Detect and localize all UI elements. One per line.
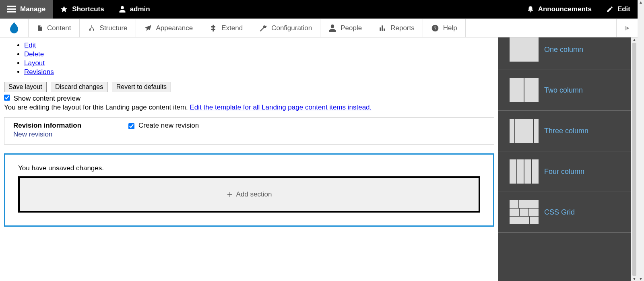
layout-thumb-icon <box>510 119 539 143</box>
layout-option-four-column[interactable]: Four column <box>498 151 631 192</box>
layout-thumb-icon <box>510 200 539 224</box>
edit-mode-label: Edit <box>617 5 630 13</box>
extend-icon <box>209 24 217 32</box>
tab-revisions: Revisions <box>24 68 494 76</box>
svg-rect-1 <box>7 8 16 10</box>
local-tasks: Edit Delete Layout Revisions <box>24 41 494 76</box>
layout-thumb-icon <box>510 78 539 102</box>
admin-menu-reports[interactable]: Reports <box>370 19 423 37</box>
unsaved-changes-msg: You have unsaved changes. <box>18 164 480 172</box>
star-icon <box>60 5 68 13</box>
save-layout-button[interactable]: Save layout <box>4 82 47 92</box>
toolbar-left: Manage Shortcuts admin <box>0 0 157 19</box>
layout-actions: Save layout Discard changes Revert to de… <box>4 82 494 92</box>
revision-info-sub: New revision <box>13 130 121 138</box>
show-preview-label: Show content preview <box>14 95 80 102</box>
shortcuts-link[interactable]: Shortcuts <box>53 0 111 19</box>
scroll-down-icon: ▼ <box>639 277 643 281</box>
admin-menu-configuration[interactable]: Configuration <box>251 19 320 37</box>
shortcuts-label: Shortcuts <box>72 5 104 13</box>
scroll-up-icon: ▲ <box>639 0 643 4</box>
layout-option-css-grid[interactable]: CSS Grid <box>498 192 631 233</box>
toolbar-orientation-toggle[interactable] <box>616 19 638 37</box>
admin-menu: Content Structure Appearance Extend Conf… <box>0 19 638 37</box>
editing-hint: You are editing the layout for this Land… <box>4 103 494 112</box>
tab-link[interactable]: Layout <box>24 59 45 67</box>
editing-hint-text: You are editing the layout for this Land… <box>4 103 190 111</box>
manage-toggle[interactable]: Manage <box>0 0 53 19</box>
tab-link[interactable]: Delete <box>24 50 44 58</box>
layout-option-label: CSS Grid <box>544 208 575 217</box>
menu-label: People <box>341 24 362 32</box>
layout-option-label: Three column <box>544 127 588 135</box>
page-icon <box>37 24 43 32</box>
layout-option-three-column[interactable]: Three column <box>498 111 631 151</box>
tab-delete: Delete <box>24 50 494 58</box>
admin-menu-content[interactable]: Content <box>29 19 80 37</box>
layout-option-label: Four column <box>544 167 584 176</box>
help-icon: ? <box>431 24 439 32</box>
layout-builder-region: You have unsaved changes. Add section <box>4 153 494 227</box>
admin-menu-appearance[interactable]: Appearance <box>136 19 202 37</box>
layout-thumb-icon <box>510 159 539 184</box>
tab-edit: Edit <box>24 41 494 50</box>
plus-icon <box>227 191 233 198</box>
create-revision-checkbox[interactable] <box>128 123 134 129</box>
tab-link[interactable]: Edit <box>24 41 36 49</box>
admin-menu-extend[interactable]: Extend <box>201 19 251 37</box>
menu-label: Configuration <box>271 24 312 32</box>
user-menu[interactable]: admin <box>111 0 157 19</box>
menu-label: Help <box>443 24 457 32</box>
svg-text:?: ? <box>434 25 437 31</box>
edit-template-link[interactable]: Edit the template for all Landing page c… <box>190 103 372 111</box>
tab-layout: Layout <box>24 59 494 67</box>
revert-defaults-button[interactable]: Revert to defaults <box>112 82 171 92</box>
revision-info-title: Revision information <box>13 122 121 130</box>
add-section-label: Add section <box>236 190 272 198</box>
drupal-home-link[interactable] <box>0 19 29 37</box>
discard-changes-button[interactable]: Discard changes <box>51 82 107 92</box>
appearance-icon <box>144 24 152 32</box>
announcements-link[interactable]: Announcements <box>520 0 599 19</box>
revision-info-details: Create new revision <box>121 118 494 144</box>
menu-label: Reports <box>390 24 415 32</box>
arrow-left-icon <box>624 25 630 31</box>
bell-icon <box>527 5 534 13</box>
user-label: admin <box>130 5 150 13</box>
scroll-thumb[interactable] <box>632 43 636 276</box>
revision-info-summary[interactable]: Revision information New revision <box>4 118 121 144</box>
layout-picker-panel: One column Two column Three column Four … <box>498 37 638 281</box>
svg-rect-2 <box>7 11 16 12</box>
admin-menu-structure[interactable]: Structure <box>80 19 136 37</box>
layout-option-two-column[interactable]: Two column <box>498 70 631 111</box>
svg-rect-0 <box>7 6 16 7</box>
pencil-icon <box>606 6 613 13</box>
edit-mode-toggle[interactable]: Edit <box>599 0 638 19</box>
side-panel-scrollbar[interactable]: ▲ ▼ <box>631 37 638 281</box>
layout-option-one-column[interactable]: One column <box>498 37 631 70</box>
preview-toggle-row: Show content preview <box>4 95 494 103</box>
toolbar-right: Announcements Edit <box>520 0 638 19</box>
structure-icon <box>88 25 96 32</box>
scroll-down-icon: ▼ <box>632 277 636 281</box>
manage-label: Manage <box>20 5 45 13</box>
layout-thumb-icon <box>510 37 539 62</box>
show-preview-checkbox[interactable] <box>4 95 10 101</box>
add-section-button[interactable]: Add section <box>18 176 480 213</box>
user-icon <box>119 5 126 13</box>
people-icon <box>328 24 336 32</box>
window-scrollbar[interactable]: ▲ ▼ <box>638 0 644 281</box>
main-content: Edit Delete Layout Revisions Save layout… <box>0 37 498 281</box>
layout-option-label: One column <box>544 45 583 54</box>
admin-menu-help[interactable]: ? Help <box>423 19 466 37</box>
menu-label: Structure <box>100 24 128 32</box>
top-toolbar: Manage Shortcuts admin Announcements Edi… <box>0 0 638 19</box>
tab-link[interactable]: Revisions <box>24 68 54 76</box>
revision-info-box: Revision information New revision Create… <box>4 117 494 145</box>
admin-menu-people[interactable]: People <box>320 19 370 37</box>
announcements-label: Announcements <box>538 5 592 13</box>
menu-label: Content <box>47 24 71 32</box>
wrench-icon <box>259 24 267 32</box>
layout-option-label: Two column <box>544 86 583 95</box>
content-wrap: Edit Delete Layout Revisions Save layout… <box>0 37 638 281</box>
